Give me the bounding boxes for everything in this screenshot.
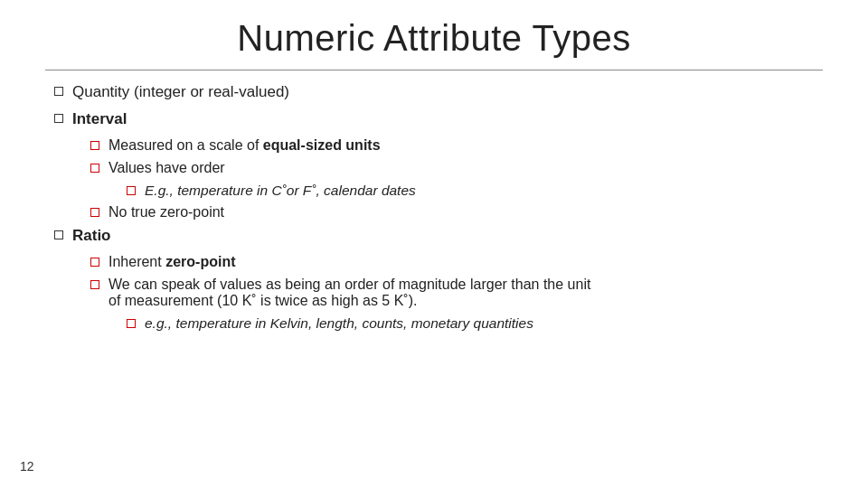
bullet-icon-red: [90, 208, 99, 217]
bullet-icon-red: [90, 258, 99, 267]
item-text: Ratio: [72, 227, 111, 245]
slide-title: Numeric Attribute Types: [45, 18, 823, 59]
list-item: Values have order: [54, 160, 823, 176]
list-item: No true zero-point: [54, 204, 823, 221]
content-area: Quantity (integer or real-valued) Interv…: [45, 83, 823, 332]
item-text: e.g., temperature in Kelvin, length, cou…: [145, 315, 533, 332]
item-text: Values have order: [108, 160, 225, 176]
item-text: We can speak of values as being an order…: [108, 277, 590, 309]
bullet-icon-red: [127, 186, 136, 195]
page-number: 12: [20, 459, 34, 474]
bullet-icon: [54, 87, 63, 96]
bold-text: Ratio: [72, 227, 111, 244]
bullet-icon: [54, 230, 63, 239]
bullet-icon-red: [127, 319, 136, 328]
list-item: Inherent zero-point: [54, 254, 823, 270]
bold-text: Interval: [72, 110, 127, 127]
item-text: Interval: [72, 110, 127, 128]
bullet-icon: [54, 114, 63, 123]
list-item: Interval: [54, 110, 823, 128]
title-area: Numeric Attribute Types: [45, 18, 823, 70]
list-item: Ratio: [54, 227, 823, 245]
list-item: Quantity (integer or real-valued): [54, 83, 823, 101]
bold-text: zero-point: [165, 254, 235, 269]
item-text: E.g., temperature in C˚or F˚, calendar d…: [145, 183, 416, 199]
item-text: Measured on a scale of equal-sized units: [108, 137, 381, 154]
list-item: E.g., temperature in C˚or F˚, calendar d…: [54, 183, 823, 199]
bold-text: equal-sized units: [263, 137, 381, 153]
item-text: Inherent zero-point: [108, 254, 235, 270]
list-item: Measured on a scale of equal-sized units: [54, 137, 823, 154]
bullet-icon-red: [90, 280, 99, 289]
item-text: Quantity (integer or real-valued): [72, 83, 289, 101]
item-text: No true zero-point: [108, 204, 224, 221]
list-item: e.g., temperature in Kelvin, length, cou…: [54, 315, 823, 332]
bullet-icon-red: [90, 141, 99, 150]
list-item: We can speak of values as being an order…: [54, 277, 823, 309]
slide: Numeric Attribute Types Quantity (intege…: [0, 0, 868, 488]
bullet-icon-red: [90, 164, 99, 173]
